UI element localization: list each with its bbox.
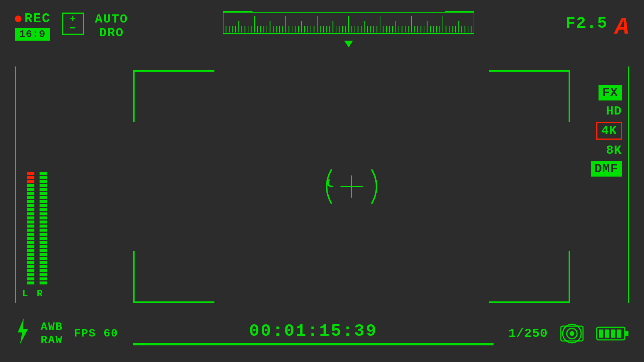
meter-segment bbox=[40, 204, 47, 207]
svg-rect-69 bbox=[436, 26, 437, 33]
svg-rect-28 bbox=[308, 26, 308, 33]
rec-section: REC 16:9 bbox=[15, 11, 51, 41]
meter-segment bbox=[27, 188, 34, 191]
svg-rect-32 bbox=[320, 26, 321, 33]
meter-segment bbox=[40, 229, 47, 232]
meter-segment bbox=[27, 229, 34, 232]
svg-rect-2 bbox=[226, 26, 227, 33]
meter-segment bbox=[27, 180, 34, 183]
svg-rect-8 bbox=[245, 26, 245, 33]
meter-l bbox=[27, 172, 34, 284]
svg-rect-24 bbox=[295, 26, 296, 33]
meter-segment bbox=[40, 212, 47, 215]
svg-rect-73 bbox=[449, 26, 450, 33]
rec-label: REC bbox=[15, 11, 51, 26]
crosshair bbox=[311, 146, 392, 227]
ruler-indicator bbox=[344, 41, 353, 47]
flash-icon bbox=[15, 318, 30, 349]
res-8k[interactable]: 8K bbox=[606, 143, 622, 157]
meter-segment bbox=[27, 216, 34, 219]
meter-segment bbox=[27, 172, 34, 175]
svg-rect-6 bbox=[238, 21, 239, 33]
svg-rect-60 bbox=[408, 26, 409, 33]
progress-timecode: 00:01:15:39 bbox=[133, 322, 494, 345]
meter-segment bbox=[27, 273, 34, 276]
svg-rect-90 bbox=[625, 331, 628, 336]
svg-rect-36 bbox=[333, 21, 333, 33]
meter-segment bbox=[27, 184, 34, 187]
meter-segment bbox=[27, 196, 34, 199]
meter-segment bbox=[40, 245, 47, 248]
svg-rect-78 bbox=[465, 26, 465, 33]
res-hd[interactable]: HD bbox=[606, 104, 622, 118]
right-top-controls: F2.5 A bbox=[566, 14, 629, 41]
svg-rect-41 bbox=[348, 16, 349, 33]
svg-rect-65 bbox=[424, 26, 424, 33]
svg-rect-77 bbox=[461, 26, 462, 33]
meter-l-label: L bbox=[22, 288, 28, 299]
meter-segment bbox=[40, 180, 47, 183]
meter-segment bbox=[40, 269, 47, 272]
meter-segment bbox=[40, 237, 47, 240]
frame-area bbox=[133, 70, 570, 303]
meter-segment bbox=[40, 208, 47, 211]
svg-rect-92 bbox=[605, 329, 609, 338]
ruler-section bbox=[139, 11, 558, 47]
viewfinder: REC 16:9 +− AUTO DRO bbox=[0, 0, 644, 362]
meter-segment bbox=[40, 273, 47, 276]
meter-segment bbox=[27, 269, 34, 272]
svg-rect-3 bbox=[229, 26, 230, 33]
fps-label: FPS 60 bbox=[74, 327, 118, 340]
svg-rect-80 bbox=[471, 26, 472, 33]
svg-rect-22 bbox=[289, 26, 289, 33]
svg-rect-49 bbox=[373, 26, 374, 33]
svg-rect-81 bbox=[474, 16, 474, 33]
svg-rect-46 bbox=[364, 21, 365, 33]
viewfinder-frame bbox=[133, 70, 570, 303]
meter-segment bbox=[27, 261, 34, 264]
meter-segment bbox=[40, 265, 47, 268]
svg-rect-72 bbox=[446, 26, 447, 33]
auto-label: AUTO bbox=[95, 13, 128, 26]
svg-rect-25 bbox=[298, 26, 299, 33]
meter-segment bbox=[40, 176, 47, 179]
meter-segment bbox=[40, 277, 47, 280]
svg-rect-18 bbox=[276, 26, 277, 33]
exposure-box: +− bbox=[62, 13, 84, 35]
svg-rect-29 bbox=[311, 26, 311, 33]
mode-display: A bbox=[615, 14, 629, 41]
meter-segment bbox=[27, 176, 34, 179]
svg-rect-15 bbox=[267, 26, 267, 33]
meter-segment bbox=[40, 257, 47, 260]
awb-raw-section: AWB RAW bbox=[41, 321, 63, 346]
svg-rect-48 bbox=[370, 26, 371, 33]
svg-rect-7 bbox=[241, 26, 242, 33]
svg-rect-31 bbox=[317, 16, 318, 33]
svg-marker-84 bbox=[18, 318, 28, 344]
svg-rect-9 bbox=[248, 26, 248, 33]
svg-rect-68 bbox=[433, 26, 434, 33]
svg-rect-54 bbox=[389, 26, 390, 33]
meter-segment bbox=[27, 208, 34, 211]
svg-rect-27 bbox=[304, 26, 305, 33]
svg-rect-38 bbox=[339, 26, 340, 33]
svg-rect-43 bbox=[355, 26, 355, 33]
res-fx[interactable]: FX bbox=[599, 85, 622, 100]
meter-segment bbox=[27, 204, 34, 207]
meter-segment bbox=[27, 241, 34, 244]
aperture-display: F2.5 bbox=[566, 14, 608, 33]
awb-label: AWB bbox=[41, 321, 63, 333]
res-dmf[interactable]: DMF bbox=[591, 161, 622, 177]
svg-rect-66 bbox=[427, 21, 428, 33]
meter-segment bbox=[27, 245, 34, 248]
svg-rect-39 bbox=[342, 26, 343, 33]
svg-rect-51 bbox=[380, 16, 380, 33]
svg-rect-5 bbox=[235, 26, 236, 33]
meter-segment bbox=[27, 200, 34, 203]
res-4k[interactable]: 4K bbox=[596, 122, 622, 140]
svg-rect-55 bbox=[392, 26, 393, 33]
meter-segment bbox=[27, 237, 34, 240]
svg-rect-17 bbox=[273, 26, 274, 33]
svg-rect-13 bbox=[260, 26, 261, 33]
svg-rect-47 bbox=[367, 26, 368, 33]
